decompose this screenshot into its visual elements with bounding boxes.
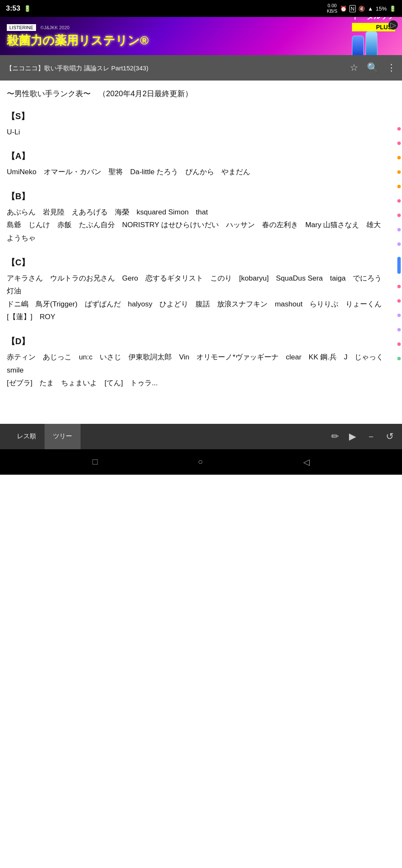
rank-members-c: アキラさん ウルトラのお兄さん Gero 恋するギタリスト このり [kobar… xyxy=(7,272,395,324)
alarm-icon: ⏰ xyxy=(340,6,347,12)
rank-section-s: 【S】 U-Li xyxy=(7,109,395,139)
scroll-dot-13 xyxy=(397,328,401,331)
scroll-dot-5 xyxy=(397,185,401,188)
nfc-icon: N xyxy=(349,5,356,12)
status-left: 3:53 🔋 xyxy=(6,4,31,13)
rank-intro: 〜男性歌い手ランク表〜 （2020年4月2日最終更新） xyxy=(7,87,395,100)
bottom-actions: ✏ ▶ － ↺ xyxy=(331,430,394,443)
edit-button[interactable]: ✏ xyxy=(331,431,339,442)
scroll-dot-1 xyxy=(397,127,401,131)
tab-res-order[interactable]: レス順 xyxy=(8,424,45,449)
scroll-dot-9 xyxy=(397,242,401,246)
bottle-1 xyxy=(352,36,364,56)
rank-members-s: U-Li xyxy=(7,126,395,139)
rank-section-d: 【D】 赤ティン あじっこ un:c いさじ 伊東歌詞太郎 Vin オリモーノ*… xyxy=(7,334,395,390)
scroll-dot-11 xyxy=(397,299,401,303)
scroll-dot-7 xyxy=(397,214,401,217)
scroll-bar-block[interactable] xyxy=(397,257,401,274)
scroll-dot-12 xyxy=(397,314,401,317)
rank-title-s: 【S】 xyxy=(7,109,395,123)
rank-section-c: 【C】 アキラさん ウルトラのお兄さん Gero 恋するギタリスト このり [k… xyxy=(7,255,395,324)
signal-icon: ▲ xyxy=(368,6,373,12)
bottom-tabs: レス順 ツリー xyxy=(8,424,81,449)
ad-care: トータルケア xyxy=(352,17,395,21)
bottle-2 xyxy=(366,31,377,56)
toolbar-icons: ☆ 🔍 ⋮ xyxy=(350,62,396,73)
star-button[interactable]: ☆ xyxy=(350,62,358,73)
scroll-dot-14 xyxy=(397,342,401,346)
ad-copyright: ©J&JKK 2020 xyxy=(40,25,70,30)
rank-section-a: 【A】 UmiNeko オマール・カバン 聖将 Da-little たろう ぴん… xyxy=(7,149,395,179)
scroll-dot-2 xyxy=(397,142,401,145)
refresh-button[interactable]: ↺ xyxy=(386,431,394,442)
battery-icon2: 🔋 xyxy=(389,6,396,12)
thread-title: 【ニコニコ】歌い手歌唱力 議論スレ Part152(343) xyxy=(6,64,350,72)
rank-members-d: 赤ティン あじっこ un:c いさじ 伊東歌詞太郎 Vin オリモーノ*ヴァッギ… xyxy=(7,351,395,390)
network-speed: 0.00 KB/S xyxy=(327,3,338,14)
recents-button[interactable]: □ xyxy=(92,457,98,467)
scroll-dot-4 xyxy=(397,170,401,174)
main-content: 〜男性歌い手ランク表〜 （2020年4月2日最終更新） 【S】 U-Li 【A】… xyxy=(0,81,402,424)
battery-percent: 15% xyxy=(376,6,387,12)
content-fade xyxy=(7,400,395,417)
scroll-dot-8 xyxy=(397,228,401,231)
scrollbar-dots xyxy=(396,127,402,360)
dash-button[interactable]: － xyxy=(366,430,376,443)
time: 3:53 xyxy=(6,4,20,13)
scroll-dot-10 xyxy=(397,285,401,288)
rank-members-b: あぶらん 岩見陸 えあろげる 海榮 ksquared Simon that 島爺… xyxy=(7,206,395,245)
rank-title-c: 【C】 xyxy=(7,255,395,270)
more-button[interactable]: ⋮ xyxy=(387,62,396,73)
rank-title-b: 【B】 xyxy=(7,189,395,203)
ad-brand-line: LISTERINE ©J&JKK 2020 xyxy=(7,23,149,33)
bottom-nav: レス順 ツリー ✏ ▶ － ↺ xyxy=(0,424,402,449)
rank-title-a: 【A】 xyxy=(7,149,395,163)
ad-left: LISTERINE ©J&JKK 2020 殺菌力の薬用リステリン® xyxy=(7,23,149,49)
status-right: 0.00 KB/S ⏰ N 🔇 ▲ 15% 🔋 xyxy=(327,3,396,14)
ad-bottles xyxy=(352,31,395,56)
ad-brand: LISTERINE xyxy=(7,24,36,31)
status-bar: 3:53 🔋 0.00 KB/S ⏰ N 🔇 ▲ 15% 🔋 xyxy=(0,0,402,17)
ad-tagline: 殺菌力の薬用リステリン® xyxy=(7,33,149,49)
home-button[interactable]: ○ xyxy=(198,457,203,467)
rank-members-a: UmiNeko オマール・カバン 聖将 Da-little たろう ぴんから や… xyxy=(7,166,395,179)
ad-banner[interactable]: LISTERINE ©J&JKK 2020 殺菌力の薬用リステリン® トータルケ… xyxy=(0,17,402,55)
scroll-dot-15 xyxy=(397,357,401,360)
scroll-dot-3 xyxy=(397,156,401,159)
rank-title-d: 【D】 xyxy=(7,334,395,348)
play-button[interactable]: ▶ xyxy=(349,431,356,442)
mute-icon: 🔇 xyxy=(358,6,365,12)
rank-section-b: 【B】 あぶらん 岩見陸 えあろげる 海榮 ksquared Simon tha… xyxy=(7,189,395,245)
back-button[interactable]: ◁ xyxy=(303,457,310,467)
ad-close-icon[interactable]: ▷ xyxy=(388,20,398,30)
search-button[interactable]: 🔍 xyxy=(367,62,378,73)
scroll-dot-6 xyxy=(397,199,401,203)
android-nav: □ ○ ◁ xyxy=(0,449,402,475)
battery-icon: 🔋 xyxy=(24,5,31,12)
toolbar: 【ニコニコ】歌い手歌唱力 議論スレ Part152(343) ☆ 🔍 ⋮ xyxy=(0,55,402,81)
tab-tree[interactable]: ツリー xyxy=(45,424,81,449)
